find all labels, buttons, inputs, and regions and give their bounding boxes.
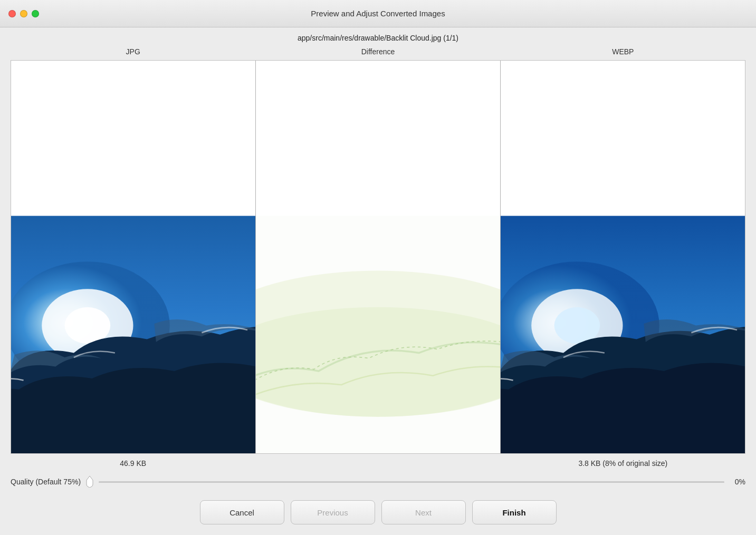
column-headers: JPG Difference WEBP — [11, 47, 745, 60]
svg-point-4 — [65, 307, 111, 344]
buttons-row: Cancel Previous Next Finish — [11, 496, 745, 535]
difference-size-placeholder — [255, 459, 500, 468]
difference-panel — [256, 61, 501, 453]
difference-image — [256, 61, 500, 453]
close-button[interactable] — [8, 10, 16, 17]
quality-percent-label: 0% — [730, 478, 745, 486]
svg-point-10 — [256, 307, 500, 417]
window-controls — [8, 10, 39, 17]
finish-label: Finish — [502, 508, 525, 517]
finish-button[interactable]: Finish — [472, 500, 557, 524]
cancel-button[interactable]: Cancel — [200, 500, 284, 524]
next-label: Next — [415, 508, 432, 517]
file-path: app/src/main/res/drawable/Backlit Cloud.… — [11, 27, 745, 47]
main-content: app/src/main/res/drawable/Backlit Cloud.… — [0, 27, 756, 535]
webp-panel — [501, 61, 745, 453]
cancel-label: Cancel — [229, 508, 254, 517]
webp-image — [501, 61, 745, 453]
webp-column-header: WEBP — [501, 47, 745, 56]
quality-slider[interactable] — [99, 481, 724, 483]
webp-file-size: 3.8 KB (8% of original size) — [501, 459, 745, 468]
file-sizes-row: 46.9 KB 3.8 KB (8% of original size) — [11, 454, 745, 472]
maximize-button[interactable] — [32, 10, 39, 17]
previous-label: Previous — [317, 508, 348, 517]
jpg-file-size: 46.9 KB — [11, 459, 255, 468]
quality-slider-container[interactable] — [99, 474, 724, 490]
svg-point-15 — [554, 307, 600, 344]
slider-thumb-icon — [86, 476, 93, 488]
window-title: Preview and Adjust Converted Images — [311, 9, 445, 18]
minimize-button[interactable] — [20, 10, 27, 17]
next-button[interactable]: Next — [381, 500, 466, 524]
quality-row: Quality (Default 75%) 0% — [11, 472, 745, 496]
jpg-image — [11, 61, 255, 453]
quality-label: Quality (Default 75%) — [11, 478, 81, 486]
jpg-column-header: JPG — [11, 47, 255, 56]
previous-button[interactable]: Previous — [291, 500, 375, 524]
panels-container — [11, 60, 745, 454]
title-bar: Preview and Adjust Converted Images — [0, 0, 756, 27]
difference-column-header: Difference — [255, 47, 500, 56]
jpg-panel — [11, 61, 256, 453]
